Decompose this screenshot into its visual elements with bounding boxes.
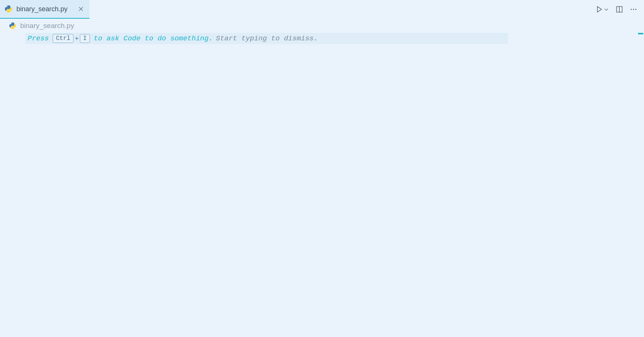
run-button-group [595, 6, 609, 13]
kbd-plus: + [75, 35, 78, 42]
hint-dismiss-text: Start typing to dismiss. [216, 34, 318, 43]
hint-ask-text: to ask Code to do something. [94, 34, 213, 43]
breadcrumb[interactable]: binary_search.py [0, 19, 644, 33]
play-icon[interactable] [595, 6, 603, 13]
kbd-ctrl: Ctrl [53, 34, 74, 43]
chevron-down-icon[interactable] [604, 7, 609, 12]
close-icon[interactable] [78, 6, 84, 12]
tab-actions [595, 0, 637, 19]
breadcrumb-filename: binary_search.py [20, 22, 74, 30]
svg-point-4 [635, 9, 637, 10]
python-icon [9, 22, 16, 30]
tab-filename: binary_search.py [16, 5, 68, 13]
editor-tab[interactable]: binary_search.py [0, 0, 90, 19]
more-icon[interactable] [630, 6, 637, 13]
editor-area[interactable]: Press Ctrl + I to ask Code to do somethi… [0, 33, 644, 44]
tab-bar: binary_search.py [0, 0, 644, 19]
python-icon [4, 5, 13, 13]
svg-point-3 [633, 9, 634, 10]
split-editor-icon[interactable] [616, 6, 623, 13]
svg-point-2 [631, 9, 632, 10]
scrollbar[interactable] [637, 19, 644, 337]
hint-press-text: Press [28, 34, 49, 43]
editor-hint: Press Ctrl + I to ask Code to do somethi… [25, 33, 508, 44]
kbd-i: I [80, 34, 90, 43]
